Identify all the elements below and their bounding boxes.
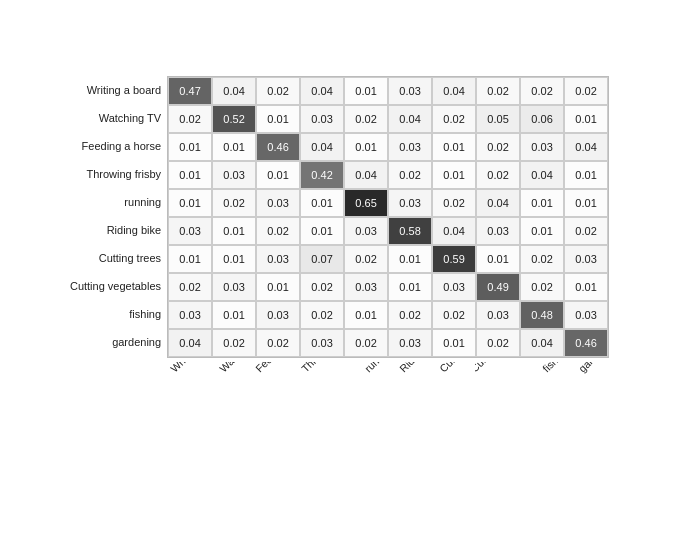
col-label: fishing [540,362,563,374]
col-labels: Writing a boardWatching TVFeeding a hors… [167,362,609,467]
matrix-cell: 0.01 [344,77,388,105]
col-label-wrap: fishing [519,362,563,467]
matrix-cell: 0.03 [168,217,212,245]
matrix-cell: 0.03 [388,329,432,357]
matrix-cell: 0.01 [168,133,212,161]
matrix-cell: 0.03 [520,133,564,161]
matrix-cell: 0.03 [388,189,432,217]
matrix-cell: 0.01 [212,217,256,245]
matrix-cell: 0.03 [300,105,344,133]
matrix-cell: 0.03 [212,273,256,301]
matrix-cell: 0.01 [432,161,476,189]
matrix-cell: 0.46 [564,329,608,357]
matrix-cell: 0.01 [344,301,388,329]
col-label: Cutting trees [437,362,475,374]
matrix-cell: 0.01 [432,329,476,357]
matrix-cell: 0.01 [168,245,212,273]
matrix-cell: 0.01 [432,133,476,161]
row-labels: Writing a boardWatching TVFeeding a hors… [70,76,167,467]
matrix-cell: 0.02 [476,133,520,161]
matrix-cell: 0.02 [256,329,300,357]
matrix-cell: 0.03 [344,273,388,301]
matrix-cell: 0.02 [344,105,388,133]
row-label: Cutting vegetables [70,272,167,300]
matrix-cell: 0.02 [212,329,256,357]
matrix-cell: 0.02 [344,245,388,273]
matrix-cell: 0.46 [256,133,300,161]
matrix-cell: 0.02 [476,161,520,189]
matrix-cell: 0.42 [300,161,344,189]
matrix-cell: 0.02 [432,105,476,133]
matrix-cell: 0.04 [564,133,608,161]
matrix-cell: 0.59 [432,245,476,273]
matrix-cell: 0.02 [256,217,300,245]
matrix-cell: 0.02 [300,273,344,301]
col-label: running [362,362,388,374]
matrix-cell: 0.02 [344,329,388,357]
matrix-cell: 0.01 [168,161,212,189]
matrix-grid: 0.470.040.020.040.010.030.040.020.020.02… [167,76,609,358]
col-label-wrap: Watching TV [211,362,255,467]
matrix-cell: 0.01 [168,189,212,217]
matrix-cell: 0.01 [212,301,256,329]
matrix-cell: 0.48 [520,301,564,329]
matrix-cell: 0.02 [476,77,520,105]
row-label: Feeding a horse [70,132,167,160]
matrix-cell: 0.01 [256,105,300,133]
matrix-cell: 0.03 [432,273,476,301]
col-label-wrap: Writing a board [167,362,211,467]
matrix-cell: 0.01 [212,245,256,273]
col-label: gardening [576,362,607,374]
matrix-cell: 0.03 [476,301,520,329]
matrix-cell: 0.01 [256,273,300,301]
matrix-cell: 0.03 [388,133,432,161]
matrix-cell: 0.06 [520,105,564,133]
matrix-cell: 0.01 [520,189,564,217]
matrix-cell: 0.04 [432,77,476,105]
matrix-cell: 0.03 [256,245,300,273]
col-label: Throwing frisby [299,362,343,374]
matrix-cell: 0.02 [256,77,300,105]
col-label: Watching TV [217,362,255,374]
grid-and-col-labels: 0.470.040.020.040.010.030.040.020.020.02… [167,76,609,467]
matrix-cell: 0.03 [564,245,608,273]
matrix-cell: 0.05 [476,105,520,133]
matrix-cell: 0.04 [344,161,388,189]
matrix-cell: 0.03 [300,329,344,357]
matrix-cell: 0.02 [520,273,564,301]
col-label: Cutting vegetables [475,362,519,374]
matrix-cell: 0.02 [212,189,256,217]
matrix-cell: 0.01 [564,273,608,301]
row-label: Riding bike [70,216,167,244]
row-label: fishing [70,300,167,328]
col-label-wrap: gardening [563,362,607,467]
matrix-cell: 0.01 [212,133,256,161]
matrix-cell: 0.04 [300,133,344,161]
matrix-cell: 0.04 [520,329,564,357]
matrix-cell: 0.04 [432,217,476,245]
matrix-cell: 0.01 [564,189,608,217]
matrix-cell: 0.03 [256,301,300,329]
col-label: Feeding a horse [255,362,299,374]
matrix-cell: 0.03 [388,77,432,105]
matrix-cell: 0.02 [168,105,212,133]
matrix-cell: 0.01 [300,189,344,217]
matrix-cell: 0.01 [300,217,344,245]
matrix-cell: 0.03 [564,301,608,329]
matrix-cell: 0.02 [476,329,520,357]
matrix-cell: 0.03 [256,189,300,217]
row-label: Watching TV [70,104,167,132]
matrix-cell: 0.04 [212,77,256,105]
matrix-cell: 0.65 [344,189,388,217]
row-label: Throwing frisby [70,160,167,188]
row-label: Writing a board [70,76,167,104]
matrix-area: Writing a boardWatching TVFeeding a hors… [70,76,609,467]
matrix-cell: 0.49 [476,273,520,301]
col-label: Riding bike [397,362,431,374]
matrix-cell: 0.02 [168,273,212,301]
col-label: Writing a board [168,362,212,374]
matrix-cell: 0.47 [168,77,212,105]
matrix-cell: 0.04 [300,77,344,105]
matrix-cell: 0.01 [256,161,300,189]
row-label: gardening [70,328,167,356]
